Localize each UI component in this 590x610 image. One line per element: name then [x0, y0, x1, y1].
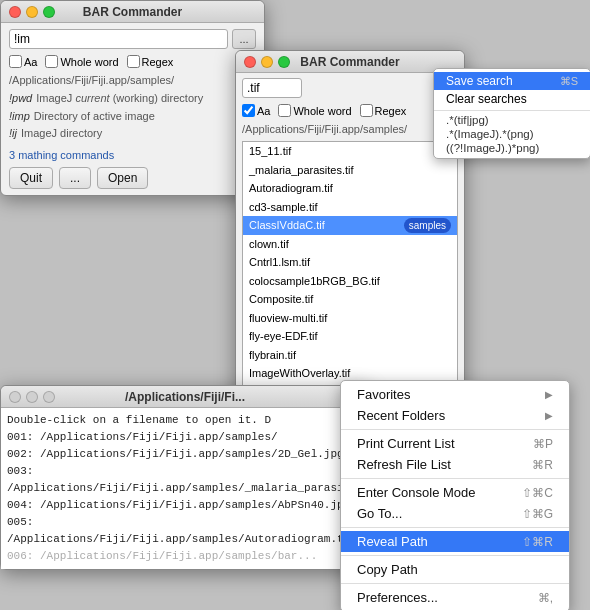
minimize-button-3[interactable] [26, 391, 38, 403]
maximize-button-1[interactable] [43, 6, 55, 18]
menu-sep-2 [341, 478, 569, 479]
result-item-2: !imp Directory of active image [9, 108, 256, 126]
result-cmd-1: !pwd [9, 90, 32, 108]
file-item-1[interactable]: 15_11.tif [243, 142, 457, 161]
menu-label-recent-folders: Recent Folders [357, 408, 445, 423]
result-list-1: !pwd ImageJ current (working) directory … [9, 90, 256, 143]
close-button-2[interactable] [244, 56, 256, 68]
saved-search-2[interactable]: .*(ImageJ).*(png) [434, 127, 590, 141]
log-line-3: 003: /Applications/Fiji/Fiji.app/samples… [7, 463, 363, 497]
file-item-5-highlighted[interactable]: ClassIVddaC.tif samples [243, 216, 457, 235]
close-button-1[interactable] [9, 6, 21, 18]
menu-label-refresh: Refresh File List [357, 457, 451, 472]
whole-word-check-input-2[interactable] [278, 104, 291, 117]
menu-item-print[interactable]: Print Current List ⌘P [341, 433, 569, 454]
aa-check-input-1[interactable] [9, 55, 22, 68]
menu-item-reveal-path[interactable]: Reveal Path ⇧⌘R [341, 531, 569, 552]
open-button-1[interactable]: Open [97, 167, 148, 189]
aa-checkbox-1: Aa [9, 55, 37, 68]
window-title-3: /Applications/Fiji/Fi... [125, 390, 245, 404]
menu-item-console[interactable]: Enter Console Mode ⇧⌘C [341, 482, 569, 503]
results-path-2: /Applications/Fiji/Fiji.app/samples/ [242, 123, 458, 135]
regex-check-input-1[interactable] [127, 55, 140, 68]
close-button-3[interactable] [9, 391, 21, 403]
traffic-lights-3 [9, 391, 55, 403]
result-cmd-3: !ij [9, 125, 17, 143]
search-input-1[interactable] [9, 29, 228, 49]
saved-search-label-1: .*(tif|jpg) [446, 114, 489, 126]
saved-search-label-3: ((?!ImageJ).)*png) [446, 142, 539, 154]
save-search-label-save: Save search [446, 74, 513, 88]
maximize-button-2[interactable] [278, 56, 290, 68]
favorites-arrow-icon: ▶ [545, 389, 553, 400]
result-desc-2: Directory of active image [34, 108, 155, 126]
menu-label-goto: Go To... [357, 506, 402, 521]
file-item-2[interactable]: _malaria_parasites.tif [243, 161, 457, 180]
whole-word-check-input-1[interactable] [45, 55, 58, 68]
save-search-shortcut-save: ⌘S [560, 75, 578, 88]
regex-label-1: Regex [142, 56, 174, 68]
window-title-2: BAR Commander [300, 55, 399, 69]
minimize-button-1[interactable] [26, 6, 38, 18]
file-item-9[interactable]: Composite.tif [243, 290, 457, 309]
results-path-1: /Applications/Fiji/Fiji.app/samples/ [9, 74, 256, 86]
file-item-8[interactable]: colocsample1bRGB_BG.tif [243, 272, 457, 291]
save-search-item-clear[interactable]: Clear searches [434, 90, 590, 108]
menu-item-preferences[interactable]: Preferences... ⌘, [341, 587, 569, 608]
menu-label-favorites: Favorites [357, 387, 410, 402]
file-item-7[interactable]: Cntrl1.lsm.tif [243, 253, 457, 272]
menu-sep-1 [341, 429, 569, 430]
search-input-2[interactable] [242, 78, 302, 98]
menu-item-favorites[interactable]: Favorites ▶ [341, 384, 569, 405]
result-desc-3: ImageJ directory [21, 125, 102, 143]
menu-shortcut-goto: ⇧⌘G [522, 507, 553, 521]
regex-check-input-2[interactable] [360, 104, 373, 117]
aa-checkbox-2: Aa [242, 104, 270, 117]
matching-label: 3 mathing commands [9, 149, 256, 161]
menu-sep-4 [341, 555, 569, 556]
menu-shortcut-reveal: ⇧⌘R [522, 535, 553, 549]
title-bar-2: BAR Commander [236, 51, 464, 73]
minimize-button-2[interactable] [261, 56, 273, 68]
maximize-button-3[interactable] [43, 391, 55, 403]
menu-item-recent-folders[interactable]: Recent Folders ▶ [341, 405, 569, 426]
log-line-2: 002: /Applications/Fiji/Fiji.app/samples… [7, 446, 363, 463]
title-bar-1: BAR Commander [1, 1, 264, 23]
save-search-label-clear: Clear searches [446, 92, 527, 106]
file-item-11[interactable]: fly-eye-EDF.tif [243, 327, 457, 346]
file-item-6[interactable]: clown.tif [243, 235, 457, 254]
whole-word-label-2: Whole word [293, 105, 351, 117]
result-item-3: !ij ImageJ directory [9, 125, 256, 143]
window-bar-commander-1: BAR Commander ... Aa Whole word Regex /A… [0, 0, 265, 196]
menu-label-preferences: Preferences... [357, 590, 438, 605]
log-line-4: 004: /Applications/Fiji/Fiji.app/samples… [7, 497, 363, 514]
result-cmd-2: !imp [9, 108, 30, 126]
menu-item-goto[interactable]: Go To... ⇧⌘G [341, 503, 569, 524]
file-item-12[interactable]: flybrain.tif [243, 346, 457, 365]
recent-folders-arrow-icon: ▶ [545, 410, 553, 421]
menu-label-reveal-path: Reveal Path [357, 534, 428, 549]
saved-search-1[interactable]: .*(tif|jpg) [434, 113, 590, 127]
traffic-lights-1 [9, 6, 55, 18]
aa-check-input-2[interactable] [242, 104, 255, 117]
menu-item-refresh[interactable]: Refresh File List ⌘R [341, 454, 569, 475]
file-item-3[interactable]: Autoradiogram.tif [243, 179, 457, 198]
traffic-lights-2 [244, 56, 290, 68]
aa-label-2: Aa [257, 105, 270, 117]
menu-shortcut-preferences: ⌘, [538, 591, 553, 605]
quit-button-1[interactable]: Quit [9, 167, 53, 189]
whole-word-checkbox-2: Whole word [278, 104, 351, 117]
aa-label-1: Aa [24, 56, 37, 68]
file-item-5-name: ClassIVddaC.tif [249, 217, 325, 234]
more-button-1[interactable]: ... [59, 167, 91, 189]
save-search-item-save[interactable]: Save search ⌘S [434, 72, 590, 90]
file-item-10[interactable]: fluoview-multi.tif [243, 309, 457, 328]
search-bar-2 [242, 78, 458, 98]
file-item-4[interactable]: cd3-sample.tif [243, 198, 457, 217]
menu-item-copy-path[interactable]: Copy Path [341, 559, 569, 580]
regex-checkbox-2: Regex [360, 104, 407, 117]
window-2-top: Aa Whole word Regex /Applications/Fiji/F… [236, 73, 464, 141]
saved-search-3[interactable]: ((?!ImageJ).)*png) [434, 141, 590, 155]
menu-shortcut-console: ⇧⌘C [522, 486, 553, 500]
ellipsis-button-1[interactable]: ... [232, 29, 256, 49]
